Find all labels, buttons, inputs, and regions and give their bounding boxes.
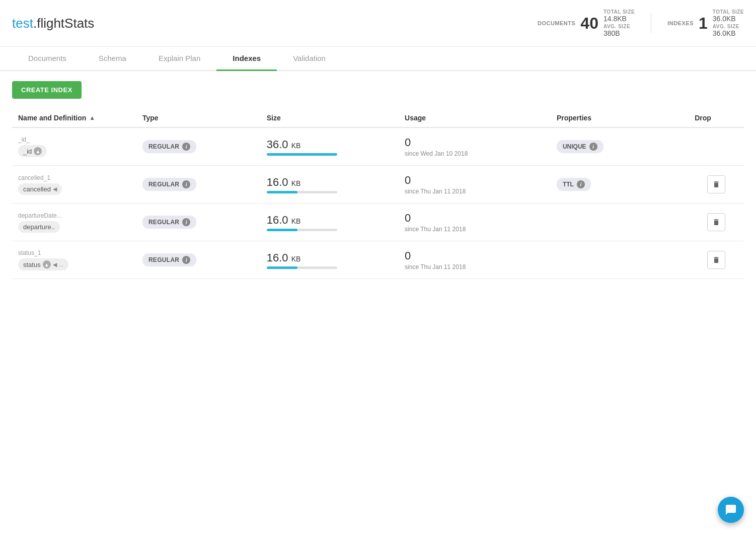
documents-stat: DOCUMENTS 40 TOTAL SIZE 14.8KB AVG. SIZE… bbox=[538, 9, 635, 37]
logo-main: flightStats bbox=[37, 16, 94, 31]
documents-count: 40 bbox=[580, 14, 598, 33]
property-info-icon[interactable]: i bbox=[589, 143, 597, 151]
sort-asc-icon: ▲ bbox=[43, 260, 51, 269]
col-header-drop: Drop bbox=[689, 109, 744, 127]
indexes-count: 1 bbox=[699, 14, 708, 33]
type-label: REGULAR bbox=[148, 219, 179, 226]
tab-indexes[interactable]: Indexes bbox=[216, 47, 277, 71]
avg-size-docs-label: AVG. SIZE bbox=[603, 24, 635, 29]
index-name-label: status_1 bbox=[18, 249, 130, 256]
avg-size-idx-value: 36.0KB bbox=[713, 29, 744, 37]
usage-since: since Thu Jan 11 2018 bbox=[405, 263, 545, 271]
property-badge: UNIQUE i bbox=[557, 140, 603, 153]
table-row: departureDate... departure.. REGULAR i 1… bbox=[12, 204, 744, 241]
documents-label: DOCUMENTS bbox=[538, 20, 575, 26]
size-bar-bg bbox=[267, 153, 337, 156]
logo: test.flightStats bbox=[12, 16, 94, 31]
total-size-docs-label: TOTAL SIZE bbox=[603, 9, 635, 15]
index-properties-cell bbox=[551, 204, 689, 241]
size-bar-fill bbox=[267, 266, 298, 269]
index-size-cell: 36.0 KB bbox=[261, 127, 399, 166]
index-type-cell: REGULAR i bbox=[136, 241, 261, 279]
property-label: UNIQUE bbox=[563, 143, 586, 150]
content-area: CREATE INDEX Name and Definition ▲ Type … bbox=[0, 71, 756, 289]
size-bar-fill bbox=[267, 153, 337, 156]
index-properties-cell bbox=[551, 241, 689, 279]
trash-icon bbox=[712, 180, 720, 188]
index-name-label: departureDate... bbox=[18, 212, 130, 219]
size-unit: KB bbox=[291, 217, 301, 225]
col-header-name: Name and Definition ▲ bbox=[12, 109, 136, 127]
drop-button[interactable] bbox=[707, 213, 725, 231]
usage-since: since Thu Jan 11 2018 bbox=[405, 188, 545, 195]
index-properties-cell: UNIQUE i bbox=[551, 127, 689, 166]
col-header-size: Size bbox=[261, 109, 399, 127]
index-name-cell: status_1 status ▲ ◀ ... bbox=[12, 241, 136, 279]
indexes-table: Name and Definition ▲ Type Size Usage Pr… bbox=[12, 109, 744, 279]
index-name-cell: _id_ _id ▲ bbox=[12, 127, 136, 166]
badge-suffix: ◀ bbox=[53, 261, 57, 268]
documents-sub: TOTAL SIZE 14.8KB AVG. SIZE 380B bbox=[603, 9, 635, 37]
type-label: REGULAR bbox=[148, 256, 179, 263]
usage-count: 0 bbox=[405, 174, 545, 187]
avg-size-docs-value: 380B bbox=[603, 29, 635, 37]
size-value: 16.0 KB bbox=[267, 176, 393, 189]
type-badge: REGULAR i bbox=[142, 178, 196, 191]
tab-schema[interactable]: Schema bbox=[83, 47, 142, 71]
size-bar-bg bbox=[267, 191, 337, 193]
trash-icon bbox=[712, 218, 720, 226]
index-name-badge: status ▲ ◀ ... bbox=[18, 258, 68, 271]
size-bar-bg bbox=[267, 266, 337, 269]
table-row: cancelled_1 cancelled ◀ REGULAR i 16.0 K… bbox=[12, 166, 744, 204]
index-usage-cell: 0 since Thu Jan 11 2018 bbox=[399, 241, 551, 279]
avg-size-idx-label: AVG. SIZE bbox=[713, 24, 744, 29]
index-size-cell: 16.0 KB bbox=[261, 166, 399, 204]
type-info-icon[interactable]: i bbox=[182, 180, 190, 188]
size-unit: KB bbox=[291, 179, 301, 187]
sort-arrow-icon[interactable]: ▲ bbox=[89, 114, 95, 121]
index-name-badge: cancelled ◀ bbox=[18, 183, 62, 195]
type-info-icon[interactable]: i bbox=[182, 218, 190, 226]
indexes-sub: TOTAL SIZE 36.0KB AVG. SIZE 36.0KB bbox=[713, 9, 744, 37]
logo-test: test bbox=[12, 16, 33, 31]
index-size-cell: 16.0 KB bbox=[261, 204, 399, 241]
col-header-usage: Usage bbox=[399, 109, 551, 127]
index-usage-cell: 0 since Wed Jan 10 2018 bbox=[399, 127, 551, 166]
index-name-cell: departureDate... departure.. bbox=[12, 204, 136, 241]
index-name-label: _id_ bbox=[18, 136, 130, 143]
drop-button[interactable] bbox=[707, 175, 725, 193]
size-value: 36.0 KB bbox=[267, 138, 393, 151]
create-index-button[interactable]: CREATE INDEX bbox=[12, 81, 82, 99]
total-size-idx-label: TOTAL SIZE bbox=[713, 9, 744, 15]
property-badge: TTL i bbox=[557, 178, 591, 191]
index-type-cell: REGULAR i bbox=[136, 166, 261, 204]
ellipsis: ... bbox=[59, 261, 63, 268]
index-drop-cell bbox=[689, 241, 744, 279]
type-badge: REGULAR i bbox=[142, 216, 196, 229]
type-badge: REGULAR i bbox=[142, 140, 196, 153]
tab-validation[interactable]: Validation bbox=[277, 47, 342, 71]
property-info-icon[interactable]: i bbox=[577, 180, 585, 188]
tab-explain-plan[interactable]: Explain Plan bbox=[142, 47, 216, 71]
index-type-cell: REGULAR i bbox=[136, 127, 261, 166]
col-header-type: Type bbox=[136, 109, 261, 127]
usage-count: 0 bbox=[405, 249, 545, 262]
usage-count: 0 bbox=[405, 136, 545, 149]
size-value: 16.0 KB bbox=[267, 251, 393, 264]
size-bar-fill bbox=[267, 191, 298, 193]
table-row: _id_ _id ▲ REGULAR i 36.0 KB 0 since Wed… bbox=[12, 127, 744, 166]
index-usage-cell: 0 since Thu Jan 11 2018 bbox=[399, 166, 551, 204]
index-name-cell: cancelled_1 cancelled ◀ bbox=[12, 166, 136, 204]
stat-divider bbox=[651, 13, 651, 33]
type-info-icon[interactable]: i bbox=[182, 143, 190, 151]
index-size-cell: 16.0 KB bbox=[261, 241, 399, 279]
size-bar-bg bbox=[267, 229, 337, 231]
header: test.flightStats DOCUMENTS 40 TOTAL SIZE… bbox=[0, 0, 756, 47]
index-properties-cell: TTL i bbox=[551, 166, 689, 204]
total-size-docs-value: 14.8KB bbox=[603, 15, 635, 23]
type-info-icon[interactable]: i bbox=[182, 256, 190, 264]
usage-count: 0 bbox=[405, 212, 545, 225]
drop-button[interactable] bbox=[707, 251, 725, 269]
tab-documents[interactable]: Documents bbox=[12, 47, 83, 71]
sort-asc-icon: ▲ bbox=[34, 147, 42, 155]
